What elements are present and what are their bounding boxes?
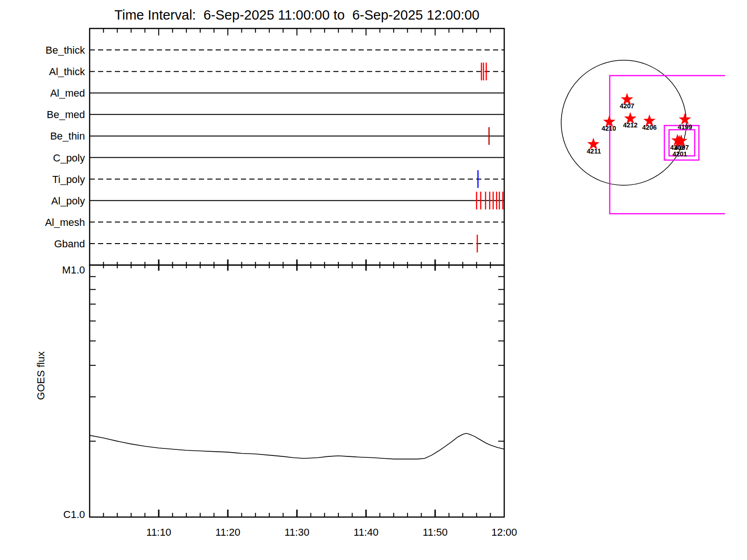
goes-bottom-label: C1.0 — [63, 509, 85, 520]
filter-label-Al_thick: Al_thick — [49, 66, 85, 77]
filter-label-Be_thick: Be_thick — [46, 44, 85, 56]
ar-label-4212: 4212 — [623, 121, 637, 129]
goes-ylabel: GOES flux — [35, 351, 47, 400]
time-tick-label: 11:30 — [284, 526, 309, 538]
filter-label-Be_thin: Be_thin — [50, 130, 85, 142]
filter-label-Be_med: Be_med — [47, 109, 85, 120]
time-tick-label: 11:50 — [423, 526, 447, 538]
ar-label-4206: 4206 — [642, 124, 656, 131]
ar-label-4210: 4210 — [601, 125, 616, 132]
ar-label-4211: 4211 — [587, 147, 601, 155]
goes-flux-curve — [90, 434, 504, 459]
ar-label-4201: 4201 — [672, 150, 687, 158]
time-tick-label: 12:00 — [491, 526, 517, 538]
time-tick-label: 11:40 — [353, 526, 378, 538]
time-tick-label: 11:20 — [215, 526, 240, 538]
ar-label-4207: 4207 — [620, 102, 634, 110]
plot-canvas: Be_thickAl_thickAl_medBe_medBe_thinC_pol… — [0, 0, 747, 560]
filter-label-Ti_poly: Ti_poly — [52, 174, 85, 185]
goes-xrt-timeline-page: Time Interval: 6-Sep-2025 11:00:00 to 6-… — [0, 0, 747, 560]
filter-label-Gband: Gband — [54, 238, 85, 250]
filter-label-C_poly: C_poly — [53, 152, 85, 164]
filter-panel-border — [90, 28, 504, 265]
goes-panel-border — [90, 265, 504, 517]
goes-top-label: M1.0 — [62, 264, 85, 276]
filter-label-Al_poly: Al_poly — [51, 195, 85, 207]
filter-label-Al_med: Al_med — [50, 87, 85, 99]
time-tick-label: 11:10 — [146, 526, 171, 538]
filter-label-Al_mesh: Al_mesh — [45, 217, 85, 228]
ar-label-4199: 4199 — [677, 123, 692, 131]
